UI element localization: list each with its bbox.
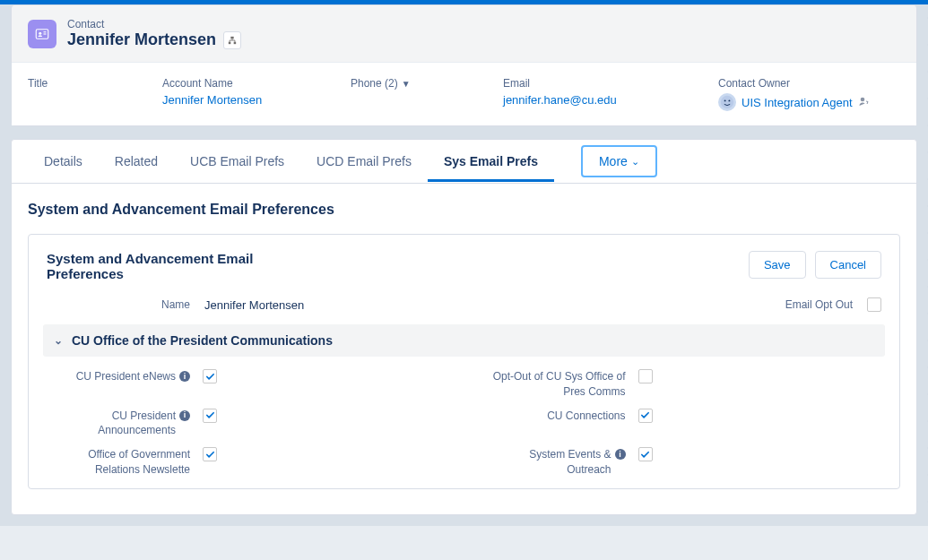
email-optout-label: Email Opt Out (464, 298, 854, 311)
pref-item: System Events & Outreachi (482, 447, 882, 478)
name-field-value: Jennifer Mortensen (204, 298, 304, 312)
pref-checkbox[interactable] (638, 447, 653, 461)
info-icon[interactable]: i (615, 449, 626, 460)
tab-ucb-email-prefs[interactable]: UCB Email Prefs (174, 142, 300, 182)
record-name: Jennifer Mortensen (67, 30, 216, 49)
tab-sys-email-prefs[interactable]: Sys Email Prefs (428, 142, 554, 182)
preferences-card-title: System and Advancement Email Preferences (47, 251, 316, 281)
svg-rect-6 (234, 41, 237, 44)
pref-label: CU President eNewsi (47, 369, 190, 384)
svg-rect-0 (36, 29, 48, 39)
caret-down-icon: ▼ (402, 79, 411, 89)
owner-avatar-icon (718, 93, 736, 111)
email-optout-checkbox[interactable] (867, 297, 881, 312)
account-field-link[interactable]: Jennifer Mortensen (162, 93, 315, 107)
svg-point-9 (728, 99, 730, 101)
tab-more[interactable]: More ⌄ (581, 145, 657, 177)
pref-label: CU President Announcementsi (47, 409, 190, 439)
svg-point-7 (721, 96, 733, 108)
title-field-label: Title (28, 77, 126, 90)
svg-rect-5 (229, 41, 231, 44)
pref-item: Opt-Out of CU Sys Office of Pres Comms (482, 369, 882, 400)
svg-rect-4 (230, 36, 233, 39)
hierarchy-button[interactable] (223, 31, 241, 49)
info-icon[interactable]: i (179, 410, 190, 421)
save-button[interactable]: Save (749, 251, 806, 279)
pref-checkbox[interactable] (203, 447, 217, 461)
preferences-card: System and Advancement Email Preferences… (28, 234, 900, 489)
pref-label: CU Connections (482, 409, 626, 424)
name-field-label: Name (47, 298, 190, 311)
info-icon[interactable]: i (179, 371, 190, 382)
change-owner-icon[interactable] (858, 96, 869, 108)
pref-item: Office of Government Relations Newslette (47, 447, 447, 478)
panel-title: System and Advancement Email Preferences (28, 202, 900, 218)
account-field-label: Account Name (162, 77, 315, 90)
tab-related[interactable]: Related (99, 142, 174, 182)
record-header: Contact Jennifer Mortensen Title Account… (11, 4, 917, 126)
owner-field-link[interactable]: UIS Integration Agent (742, 96, 853, 109)
svg-point-10 (860, 98, 864, 102)
chevron-down-icon: ⌄ (631, 156, 639, 168)
pref-item: CU Connections (482, 409, 882, 439)
highlights-panel: Title Account Name Jennifer Mortensen Ph… (12, 62, 916, 125)
pref-item: CU President Announcementsi (47, 409, 447, 439)
owner-field-label: Contact Owner (718, 77, 869, 90)
email-field-label: Email (503, 77, 682, 90)
pref-checkbox[interactable] (638, 369, 653, 383)
svg-point-1 (39, 31, 41, 34)
tab-bar: Details Related UCB Email Prefs UCD Emai… (12, 140, 916, 184)
phone-field-label[interactable]: Phone (2) ▼ (351, 77, 467, 90)
pref-checkbox[interactable] (203, 369, 217, 383)
pref-checkbox[interactable] (203, 409, 217, 423)
pref-checkbox[interactable] (638, 409, 653, 423)
svg-point-8 (724, 99, 726, 101)
email-field-link[interactable]: jennifer.hane@cu.edu (503, 93, 682, 107)
chevron-down-icon: ⌄ (54, 334, 63, 347)
contact-icon (28, 20, 56, 48)
cancel-button[interactable]: Cancel (815, 251, 881, 279)
section-cu-president-comms[interactable]: ⌄ CU Office of the President Communicati… (43, 324, 885, 357)
pref-item: CU President eNewsi (47, 369, 447, 400)
pref-label: Office of Government Relations Newslette (47, 447, 190, 478)
record-type-label: Contact (67, 18, 241, 30)
tab-ucd-email-prefs[interactable]: UCD Email Prefs (300, 142, 428, 182)
tab-details[interactable]: Details (28, 142, 99, 182)
pref-label: Opt-Out of CU Sys Office of Pres Comms (482, 369, 626, 400)
pref-label: System Events & Outreachi (482, 447, 626, 478)
